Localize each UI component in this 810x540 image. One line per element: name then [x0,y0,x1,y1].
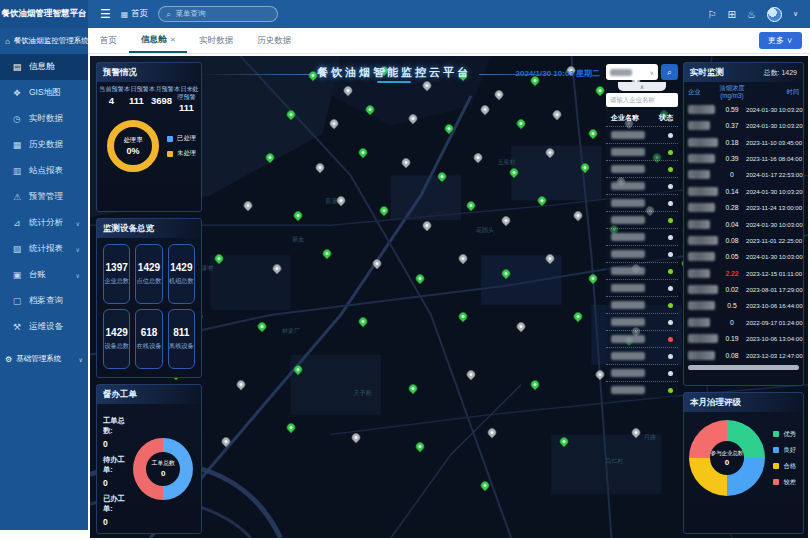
realtime-row[interactable]: 0.04 2024-01-30 10:03:00 [684,216,803,232]
close-icon[interactable]: × [171,35,176,44]
sidebar-item-archive-query[interactable]: ▢ 档案查询 [0,288,88,314]
enterprise-name-redacted [688,138,718,147]
sidebar-item-stat-report[interactable]: ▧ 统计报表 ∨ [0,236,88,262]
topbar: 餐饮油烟管理智慧平台 ☰ ▦ 首页 ⌕ 菜单查询 ⚐ ⊞ ♨ ∨ [0,0,810,28]
enterprise-name-redacted [611,148,645,156]
realtime-row[interactable]: 0.14 2024-01-30 10:03:20 [684,183,803,199]
enterprise-search-button[interactable]: ⌕ [661,64,678,80]
enterprise-name-input[interactable]: 请输入企业名称 [606,93,678,107]
sidebar-item-alarm-mgmt[interactable]: ⚠ 预警管理 [0,184,88,210]
chevron-down-icon: ∨ [76,246,80,253]
realtime-row[interactable]: 0.59 2024-01-30 10:03:20 [684,101,803,117]
enterprise-row[interactable] [606,211,678,228]
realtime-row[interactable]: 0.19 2023-10-06 13:04:00 [684,331,803,347]
sidebar-item-realtime-data[interactable]: ◷ 实时数据 [0,106,88,132]
enterprise-row[interactable] [606,262,678,279]
realtime-row[interactable]: 0.37 2024-01-30 10:03:20 [684,117,803,133]
realtime-row[interactable]: 2.22 2023-12-15 01:11:00 [684,265,803,281]
avatar[interactable] [767,7,782,22]
sidebar-item-station-report[interactable]: ▥ 站点报表 [0,158,88,184]
sidebar-item-base-system[interactable]: ⚙ 基础管理系统 ∨ [0,346,88,372]
user-menu-chevron-icon[interactable]: ∨ [793,10,798,18]
realtime-row[interactable]: 0.28 2023-11-24 13:00:00 [684,199,803,215]
alert-stat: 本月预警3698 [149,85,174,113]
realtime-row[interactable]: 0.02 2023-08-01 17:29:00 [684,281,803,297]
realtime-row[interactable]: 0.39 2023-11-16 08:04:00 [684,150,803,166]
sidebar-nav: ▤ 信息舱 ❖ GIS地图 ◷ 实时数据 ▦ 历史数据 ▥ 站点报表 ⚠ 预警管… [0,54,88,340]
status-dot [668,235,673,240]
enterprise-row[interactable] [606,381,678,398]
enterprise-name-redacted [688,236,718,245]
enterprise-name-redacted [611,301,645,309]
alert-stat: 本日预警111 [124,85,149,113]
more-button[interactable]: 更多 ∨ [759,32,802,49]
enterprise-row[interactable] [606,279,678,296]
sidebar-base-label: 基础管理系统 [16,354,61,364]
sidebar-item-stat-analysis[interactable]: ⊿ 统计分析 ∨ [0,210,88,236]
enterprise-name-redacted [688,154,715,163]
enterprise-row[interactable] [606,313,678,330]
enterprise-row[interactable] [606,296,678,313]
device-stat-card: 1397企业总数 [103,244,130,304]
enterprise-name-redacted [611,216,645,224]
enterprise-row[interactable] [606,126,678,143]
workorder-donut: 工单总数 0 [133,438,193,500]
enterprise-select[interactable]: ∨ [606,64,658,80]
tab-home[interactable]: 首页 [88,28,129,53]
enterprise-row[interactable] [606,143,678,160]
sidebar-item-ops-device[interactable]: ⚒ 运维设备 [0,314,88,340]
device-stat-card: 811离线设备 [168,309,195,369]
enterprise-name-redacted [611,233,645,241]
enterprise-name-redacted [688,220,710,229]
enterprise-row[interactable] [606,177,678,194]
apps-icon[interactable]: ⊞ [728,9,736,20]
realtime-row[interactable]: 0.18 2023-11-10 03:45:00 [684,134,803,150]
tab-info-cabin[interactable]: 信息舱 × [129,28,187,53]
legend-item: 较差 [773,478,796,487]
realtime-row[interactable]: 0.05 2024-01-30 10:03:00 [684,249,803,265]
alerts-title: 预警情况 [103,67,137,79]
enterprise-row[interactable] [606,194,678,211]
enterprise-name-redacted [688,285,718,294]
realtime-row[interactable]: 0.5 2023-10-06 16:44:00 [684,298,803,314]
menu-search-input[interactable]: ⌕ 菜单查询 [158,6,278,22]
enterprise-name-redacted [688,351,715,360]
device-stat-card: 618在线设备 [135,309,162,369]
sidebar-item-history-data[interactable]: ▦ 历史数据 [0,132,88,158]
tab-history-data[interactable]: 历史数据 [245,28,303,53]
realtime-row[interactable]: 0 2022-09-17 01:24:00 [684,314,803,330]
realtime-total: 总数: 1429 [764,68,797,78]
status-dot [668,388,673,393]
sidebar-system-label: 餐饮油烟监控管理系统 [14,36,89,46]
menu-toggle-icon[interactable]: ☰ [100,7,111,21]
flame-icon[interactable]: ♨ [747,9,756,20]
workorders-title: 督办工单 [103,389,137,401]
enterprise-row[interactable] [606,347,678,364]
breadcrumb[interactable]: ▦ 首页 [121,8,149,20]
alert-stat: 本日未处理预警111 [174,85,199,113]
realtime-row[interactable]: 0 2024-01-17 22:53:00 [684,167,803,183]
enterprise-row[interactable] [606,330,678,347]
realtime-panel: 实时监测 总数: 1429 企业 油烟浓度 (mg/m3) 时间 0.59 20… [683,62,804,386]
search-icon: ⌕ [166,9,171,20]
legend-item: 已处理 [167,134,196,143]
sidebar-item-ledger[interactable]: ▣ 台账 ∨ [0,262,88,288]
collapse-handle[interactable]: ∧ [618,82,666,91]
tab-realtime-data[interactable]: 实时数据 [187,28,245,53]
realtime-row[interactable]: 0.08 2023-12-03 12:47:00 [684,347,803,363]
sidebar-system-header[interactable]: ⌂ 餐饮油烟监控管理系统 ∧ [0,28,88,54]
legend-item: 优秀 [773,430,796,439]
enterprise-row[interactable] [606,245,678,262]
enterprise-row[interactable] [606,364,678,381]
enterprise-row[interactable] [606,160,678,177]
sidebar-item-gis-map[interactable]: ❖ GIS地图 [0,80,88,106]
status-dot [668,252,673,257]
enterprise-row[interactable] [606,228,678,245]
ops-device-icon: ⚒ [12,322,22,332]
status-dot [668,218,673,223]
shield-icon[interactable]: ⚐ [708,9,717,20]
horizontal-scrollbar[interactable] [688,365,799,370]
enterprise-search-overlay: ∨ ⌕ ∧ 请输入企业名称 企业名称 状态 [606,64,678,398]
realtime-row[interactable]: 0.08 2023-11-01 22:25:00 [684,232,803,248]
sidebar-item-info-cabin[interactable]: ▤ 信息舱 [0,54,88,80]
